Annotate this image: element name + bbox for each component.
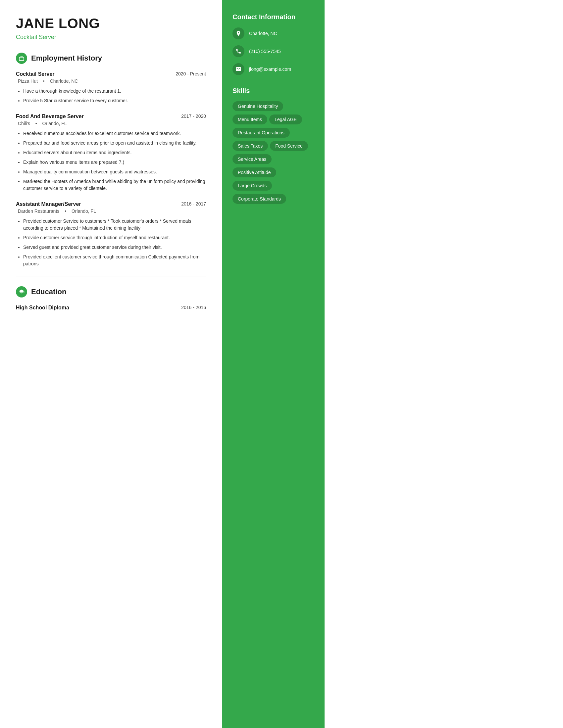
job-2-dates: 2017 - 2020 [181, 114, 206, 119]
job-3: Assistant Manager/Server 2016 - 2017 Dar… [16, 201, 206, 267]
job-1-dates: 2020 - Present [175, 71, 206, 76]
edu-1: High School Diploma 2016 - 2016 [16, 305, 206, 311]
edu-1-dates: 2016 - 2016 [181, 305, 206, 310]
candidate-name: JANE LONG [16, 16, 206, 31]
skill-tag: Positive Attitude [232, 167, 276, 177]
skill-tag: Corporate Standards [232, 194, 286, 204]
list-item: Educated servers about menu items and in… [23, 149, 206, 156]
education-icon [16, 286, 27, 297]
list-item: Managed quality communication between gu… [23, 168, 206, 175]
job-2-bullets: Received numerous accolades for excellen… [16, 130, 206, 192]
list-item: Served guest and provided great customer… [23, 244, 206, 251]
graduation-cap-icon [19, 289, 24, 295]
contact-phone: (210) 555-7545 [232, 45, 314, 57]
phone-icon-svg [235, 48, 241, 54]
list-item: Marketed the Hooters of America brand wh… [23, 178, 206, 192]
skill-tag: Food Service [270, 141, 308, 151]
skill-tag: Service Areas [232, 154, 271, 164]
job-1-company: Pizza Hut • Charlotte, NC [16, 78, 206, 84]
employment-icon [16, 53, 27, 64]
list-item: Prepared bar and food service areas prio… [23, 140, 206, 147]
skill-tag: Restaurant Operations [232, 128, 290, 138]
sidebar: Contact Information Charlotte, NC (210) … [222, 0, 325, 728]
skill-tag: Menu Items [232, 114, 267, 124]
candidate-title: Cocktail Server [16, 34, 206, 41]
contact-email: jlong@example.com [232, 63, 314, 75]
skill-tag: Sales Taxes [232, 141, 268, 151]
location-text: Charlotte, NC [249, 31, 277, 36]
map-pin-icon [235, 30, 241, 36]
job-3-bullets: Provided customer Service to customers *… [16, 218, 206, 267]
phone-text: (210) 555-7545 [249, 49, 281, 54]
skill-tag: Legal AGE [269, 114, 302, 124]
list-item: Provide customer service through introdu… [23, 234, 206, 241]
section-divider [16, 277, 206, 277]
job-1-title: Cocktail Server [16, 71, 55, 77]
job-2-title: Food And Beverage Server [16, 114, 84, 119]
contact-section-title: Contact Information [232, 13, 314, 21]
list-item: Have a thorough knowledge of the restaur… [23, 88, 206, 95]
email-icon [232, 63, 244, 75]
employment-section-title: Employment History [16, 53, 206, 64]
employment-section: Employment History Cocktail Server 2020 … [16, 53, 206, 267]
job-1-bullets: Have a thorough knowledge of the restaur… [16, 88, 206, 104]
list-item: Provided excellent customer service thro… [23, 253, 206, 267]
phone-icon [232, 45, 244, 57]
job-1: Cocktail Server 2020 - Present Pizza Hut… [16, 71, 206, 104]
main-content: JANE LONG Cocktail Server Employment His… [0, 0, 222, 728]
skills-section-title: Skills [232, 87, 314, 95]
mail-icon [235, 66, 241, 72]
list-item: Provide 5 Star customer service to every… [23, 97, 206, 104]
edu-1-degree: High School Diploma [16, 305, 69, 311]
job-2-company: Chili's • Orlando, FL [16, 121, 206, 126]
contact-location: Charlotte, NC [232, 27, 314, 39]
job-3-dates: 2016 - 2017 [181, 201, 206, 206]
job-2: Food And Beverage Server 2017 - 2020 Chi… [16, 114, 206, 192]
education-section: Education High School Diploma 2016 - 201… [16, 286, 206, 311]
list-item: Explain how various menu items are prepa… [23, 159, 206, 166]
job-3-company: Darden Restaurants • Orlando, FL [16, 208, 206, 214]
location-icon [232, 27, 244, 39]
briefcase-icon [19, 55, 24, 61]
skill-tag: Large Crowds [232, 181, 272, 191]
skill-tag: Genuine Hospitality [232, 101, 283, 111]
job-3-title: Assistant Manager/Server [16, 201, 81, 207]
skills-section: Skills Genuine Hospitality Menu Items Le… [232, 87, 314, 207]
list-item: Received numerous accolades for excellen… [23, 130, 206, 137]
list-item: Provided customer Service to customers *… [23, 218, 206, 232]
skills-list: Genuine Hospitality Menu Items Legal AGE… [232, 101, 314, 207]
education-section-title: Education [16, 286, 206, 297]
email-text: jlong@example.com [249, 67, 291, 72]
